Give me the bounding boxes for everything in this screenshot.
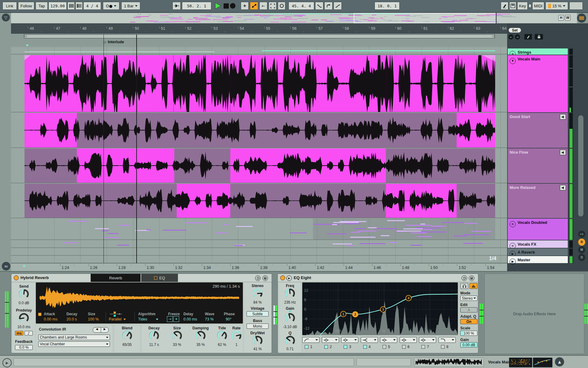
loop-brace[interactable]: ▷ ◁ <box>24 34 495 38</box>
take-lane-audition-button[interactable] <box>560 150 566 155</box>
midi-note-streak[interactable] <box>420 224 425 224</box>
midi-map-button[interactable]: MIDI <box>532 2 544 10</box>
midi-note-streak[interactable] <box>471 231 492 232</box>
midi-note-streak[interactable] <box>63 242 77 243</box>
time-ruler[interactable]: 1:241:261:281:301:321:341:361:381:401:42… <box>11 263 507 271</box>
capture-midi-button[interactable] <box>269 2 277 10</box>
loop-switch-button[interactable] <box>278 2 285 10</box>
audio-clip-good_start-2[interactable] <box>457 113 495 148</box>
audio-clip-more_relaxed-3[interactable] <box>386 184 457 218</box>
midi-note-streak[interactable] <box>387 220 405 221</box>
band-shape-selector[interactable] <box>380 337 397 343</box>
band-enable-checkbox[interactable] <box>363 345 367 349</box>
audio-clip-good_start-0[interactable] <box>24 113 77 148</box>
clip-overview-strip[interactable] <box>414 358 484 367</box>
lane-master[interactable] <box>11 256 507 263</box>
loop-start-field[interactable]: 45. 4. 4 <box>288 2 314 10</box>
routing-selector[interactable]: Parallel <box>109 317 126 321</box>
midi-note-streak[interactable] <box>464 234 489 235</box>
clip-fade-out[interactable] <box>482 55 495 61</box>
band-enable-checkbox[interactable] <box>324 345 328 349</box>
stereo-knob[interactable] <box>252 288 263 301</box>
scale-value[interactable]: 100 % <box>460 331 477 336</box>
vintage-selector[interactable]: Subtle <box>247 311 269 316</box>
vertical-scrollbar[interactable] <box>578 115 583 217</box>
midi-note-streak[interactable] <box>340 221 366 222</box>
track-header-nice-flow[interactable]: Nice Flow <box>508 148 568 183</box>
midi-note-streak[interactable] <box>410 245 422 246</box>
key-map-button[interactable]: Key <box>517 2 528 10</box>
midi-note-streak[interactable] <box>216 232 227 233</box>
predelay-ms-toggle[interactable]: ms <box>15 331 23 335</box>
midi-note-streak[interactable] <box>347 245 354 246</box>
track-header-good-start[interactable]: Good Start <box>508 113 568 148</box>
midi-note-streak[interactable] <box>381 235 390 236</box>
menu-icon[interactable]: ≡ <box>510 221 516 227</box>
midi-note-streak[interactable] <box>107 233 119 234</box>
midi-note-streak[interactable] <box>403 228 423 229</box>
audition-headphones-button[interactable] <box>460 283 468 289</box>
hybrid-reverb-titlebar[interactable]: Hybrid Reverb Reverb EQ <box>11 274 272 282</box>
attack-handle-icon[interactable] <box>38 313 41 316</box>
track-header-more-relaxed[interactable]: More Relaxed <box>508 184 568 218</box>
blend-value[interactable]: 65/35 <box>114 343 140 347</box>
draw-mode-button[interactable] <box>501 2 508 10</box>
audio-clip-more_relaxed-4[interactable] <box>457 184 495 218</box>
freeze-in-button[interactable]: → <box>167 316 173 322</box>
loop-start-marker[interactable]: ▷ <box>24 34 27 38</box>
band-shape-selector[interactable] <box>341 337 358 343</box>
midi-note-streak[interactable] <box>119 225 124 226</box>
audition-icon[interactable]: ▶ <box>286 275 292 281</box>
track-header-strings[interactable]: ≡Strings <box>508 48 568 55</box>
size-knob-value[interactable]: 33 % <box>166 343 188 347</box>
midi-note-streak[interactable] <box>345 223 360 224</box>
predelay-knob[interactable] <box>18 312 30 325</box>
previous-locator-button[interactable]: ← <box>508 34 514 40</box>
cpu-meter[interactable]: 15 % <box>545 2 568 10</box>
follow-button[interactable]: Follow <box>18 2 34 10</box>
lane-vfx[interactable] <box>11 240 507 248</box>
band-shape-selector[interactable] <box>439 337 456 343</box>
arrangement-track-lanes[interactable] <box>11 47 507 263</box>
band-enable-checkbox[interactable] <box>402 345 406 349</box>
midi-note-streak[interactable] <box>354 228 366 229</box>
quantization-selector[interactable]: 1 Bar <box>121 2 140 10</box>
audio-clip-nice_flow-4[interactable] <box>386 148 495 183</box>
lock-envelopes-button[interactable] <box>535 34 543 40</box>
set-locator-button[interactable]: Set <box>508 28 521 33</box>
band-enable-checkbox[interactable] <box>441 345 445 349</box>
nudge-down-button[interactable] <box>67 2 75 10</box>
device-thumbnail-reverb[interactable] <box>509 358 532 367</box>
midi-note-streak[interactable] <box>464 223 477 224</box>
loop-length-field[interactable]: 18. 0. 1 <box>375 2 400 10</box>
show-hide-device-view-button[interactable]: ▲ <box>555 357 564 366</box>
midi-note-streak[interactable] <box>185 222 207 223</box>
gain-value[interactable]: -3.10 dB <box>279 325 301 329</box>
nudge-up-button[interactable] <box>75 2 83 10</box>
decay-knob-value[interactable]: 11.7 s <box>142 343 166 347</box>
predelay-value[interactable]: 10.0 ms <box>13 325 35 329</box>
overdub-button[interactable]: + <box>241 2 249 10</box>
dry-wet-knob[interactable] <box>252 335 263 348</box>
record-button[interactable] <box>229 2 236 10</box>
track-header-vocals-doubled[interactable]: ≡Vocals Doubled <box>508 219 568 240</box>
freq-knob[interactable] <box>284 288 296 301</box>
audio-clip-vocals_main-0[interactable] <box>24 55 495 112</box>
midi-note-streak[interactable] <box>223 224 229 225</box>
loop-end-marker[interactable]: ◁ <box>492 34 494 38</box>
audio-clip-nice_flow-3[interactable] <box>230 148 386 183</box>
next-ir-button[interactable]: ▶ <box>101 328 109 332</box>
overview-viewport[interactable] <box>354 13 496 23</box>
wave-value[interactable]: 73 % <box>205 317 214 321</box>
lane-arev[interactable] <box>11 248 507 255</box>
track-header-a-reverb[interactable]: ▶A Reverb <box>508 248 568 256</box>
play-icon[interactable]: ▶ <box>510 259 516 265</box>
punch-out-button[interactable] <box>334 2 342 10</box>
tap-tempo-button[interactable]: Tap <box>36 2 48 10</box>
midi-note-streak[interactable] <box>419 232 447 232</box>
track-header-master[interactable]: ▶Master <box>508 256 568 263</box>
midi-note-streak[interactable] <box>411 232 426 233</box>
play-button[interactable] <box>214 2 222 10</box>
back-to-arrangement-button[interactable]: ▽ <box>2 13 10 21</box>
audio-clip-good_start-1[interactable] <box>77 113 457 148</box>
